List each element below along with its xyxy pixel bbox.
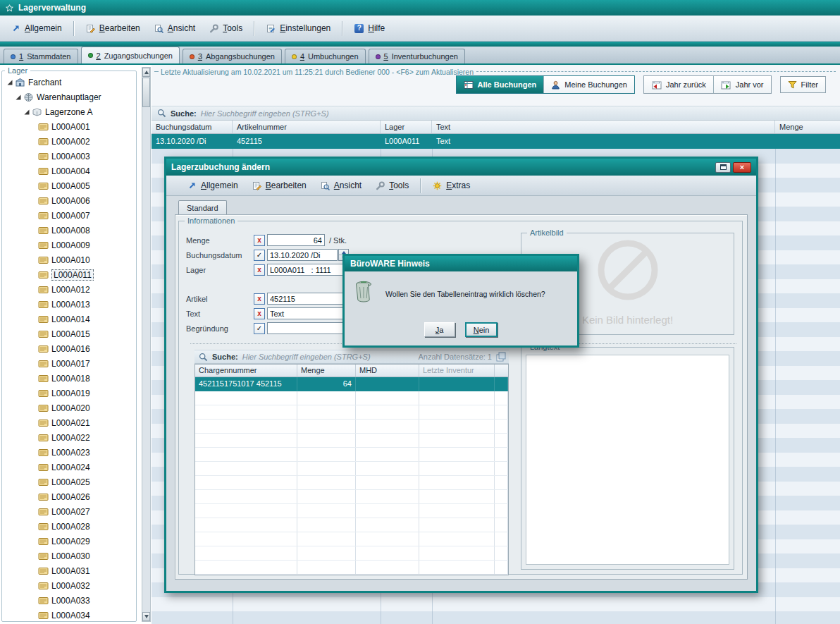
tree-bin-l000a021[interactable]: L000A021 [4, 415, 135, 430]
batch-column-header-menge[interactable]: Menge [297, 365, 356, 377]
batch-column-header-mhd[interactable]: MHD [356, 365, 419, 377]
scroll-down-button[interactable] [142, 612, 150, 621]
bin-icon [38, 152, 49, 161]
nein-button[interactable]: Nein [465, 322, 498, 337]
tree-bin-l000a009[interactable]: L000A009 [4, 238, 135, 252]
menu-item-ansicht[interactable]: Ansicht [148, 20, 202, 36]
tab-inventurbuchungen[interactable]: 5Inventurbuchungen [369, 49, 465, 63]
tree-bin-l000a017[interactable]: L000A017 [4, 356, 135, 371]
tree-bin-label: L000A015 [51, 329, 90, 339]
menu-item-allgemein[interactable]: Allgemein [182, 178, 245, 193]
menu-item-einstellungen[interactable]: Einstellungen [260, 20, 337, 36]
tree-bin-l000a033[interactable]: L000A033 [4, 593, 135, 608]
tree-bin-l000a006[interactable]: L000A006 [4, 193, 135, 208]
tree-bin-l000a012[interactable]: L000A012 [4, 282, 135, 297]
scroll-up-button[interactable] [142, 68, 150, 77]
meine-buchungen-button[interactable]: Meine Buchungen [543, 76, 634, 93]
tree-bin-label: L000A017 [51, 359, 90, 369]
langtext-field[interactable] [526, 355, 729, 565]
field-check-button[interactable]: ✓ [254, 323, 265, 334]
tree-bin-l000a011[interactable]: L000A011 [4, 267, 135, 282]
field-input-buchungsdatum[interactable] [267, 249, 338, 261]
menu-item-tools[interactable]: Tools [369, 178, 415, 193]
tree-bin-l000a016[interactable]: L000A016 [4, 341, 135, 356]
tree-bin-l000a022[interactable]: L000A022 [4, 430, 135, 445]
batch-selected-row[interactable]: 4521151751017 45211564 [195, 377, 508, 391]
tree-scrollbar[interactable] [142, 67, 151, 622]
alle-buchungen-button[interactable]: Alle Buchungen [457, 76, 544, 93]
tab-zugangsbuchungen[interactable]: 2Zugangsbuchungen [81, 47, 180, 63]
menu-item-hilfe[interactable]: ?Hilfe [348, 20, 391, 36]
menu-item-allgemein[interactable]: Allgemein [6, 20, 68, 36]
jahr-zurueck-button[interactable]: Jahr zurück [644, 76, 713, 93]
menu-item-ansicht[interactable]: Ansicht [314, 178, 368, 193]
tab-standard[interactable]: Standard [178, 200, 227, 214]
tree-bin-l000a013[interactable]: L000A013 [4, 297, 135, 312]
column-header-buchungsdatum[interactable]: Buchungsdatum [152, 121, 233, 133]
menu-item-bearbeiten[interactable]: Bearbeiten [246, 178, 313, 193]
tree-bin-l000a025[interactable]: L000A025 [4, 475, 135, 489]
records-icon[interactable] [496, 352, 506, 362]
ja-button[interactable]: Ja [424, 322, 455, 337]
bookings-selected-row[interactable]: 13.10.2020 /Di452115L000A011Text [152, 134, 840, 149]
menu-item-extras[interactable]: Extras [426, 178, 476, 193]
window-titlebar[interactable]: Lagerverwaltung [0, 0, 840, 16]
tree-bin-l000a031[interactable]: L000A031 [4, 563, 135, 578]
tree-bin-l000a015[interactable]: L000A015 [4, 326, 135, 341]
field-check-button[interactable]: ✓ [254, 250, 265, 261]
tree-node-warenhauptlager[interactable]: Warenhauptlager [4, 90, 135, 104]
tree-bin-l000a034[interactable]: L000A034 [4, 608, 135, 623]
field-clear-button[interactable]: x [254, 235, 265, 246]
tree-bin-l000a023[interactable]: L000A023 [4, 445, 135, 460]
tree-node-farchant[interactable]: Farchant [4, 75, 135, 90]
tab-abgangsbuchungen[interactable]: 3Abgangsbuchungen [183, 49, 282, 63]
field-clear-button[interactable]: x [254, 293, 265, 305]
tree-bin-l000a007[interactable]: L000A007 [4, 208, 135, 223]
tree-bin-l000a018[interactable]: L000A018 [4, 371, 135, 386]
batch-row-cell: 64 [297, 377, 356, 391]
batch-empty-cell [419, 476, 495, 489]
batch-empty-cell [297, 532, 356, 546]
tree-bin-l000a019[interactable]: L000A019 [4, 386, 135, 400]
batch-search-bar[interactable]: Suche: Hier Suchbegriff eingeben (STRG+S… [194, 350, 509, 364]
column-header-lager[interactable]: Lager [381, 121, 432, 133]
dialog-restore-button[interactable] [715, 162, 731, 173]
field-input-menge[interactable] [267, 234, 325, 246]
hinweis-titlebar[interactable]: BüroWARE Hinweis [345, 256, 577, 271]
batch-column-header-letzte-inventur[interactable]: Letzte Inventur [419, 365, 495, 377]
tree-bin-l000a020[interactable]: L000A020 [4, 400, 135, 415]
column-header-text[interactable]: Text [432, 121, 775, 133]
dialog-titlebar[interactable]: Lagerzubuchung ändern × [166, 159, 756, 176]
menu-item-bearbeiten[interactable]: Bearbeiten [80, 20, 147, 36]
menu-item-tools[interactable]: Tools [203, 20, 249, 36]
tab-stammdaten[interactable]: 1Stammdaten [4, 49, 78, 63]
clear-icon: x [257, 310, 261, 317]
tree-bin-l000a024[interactable]: L000A024 [4, 460, 135, 475]
tree-bin-l000a002[interactable]: L000A002 [4, 134, 135, 149]
bookings-search-bar[interactable]: Suche: Hier Suchbegriff eingeben (STRG+S… [152, 106, 840, 121]
tree-bin-l000a014[interactable]: L000A014 [4, 312, 135, 326]
tree-bin-l000a029[interactable]: L000A029 [4, 534, 135, 549]
tree-bin-l000a028[interactable]: L000A028 [4, 519, 135, 534]
scrollbar-thumb[interactable] [142, 78, 150, 107]
tab-umbuchungen[interactable]: 4Umbuchungen [285, 49, 366, 63]
batch-column-header-chargennummer[interactable]: Chargennummer [195, 365, 297, 377]
column-header-artikelnummer[interactable]: Artikelnummer [233, 121, 381, 133]
column-header-menge[interactable]: Menge [775, 121, 840, 133]
tree-bin-l000a010[interactable]: L000A010 [4, 252, 135, 267]
tree-bin-l000a026[interactable]: L000A026 [4, 489, 135, 504]
tree-bin-l000a005[interactable]: L000A005 [4, 178, 135, 193]
tree-bin-l000a032[interactable]: L000A032 [4, 578, 135, 593]
field-clear-button[interactable]: x [254, 308, 265, 319]
tree-bin-l000a004[interactable]: L000A004 [4, 164, 135, 178]
tree-bin-l000a001[interactable]: L000A001 [4, 119, 135, 134]
jahr-vor-button[interactable]: Jahr vor [713, 76, 771, 93]
tree-node-lagerzone-a[interactable]: Lagerzone A [4, 104, 135, 119]
tree-bin-l000a030[interactable]: L000A030 [4, 549, 135, 563]
dialog-close-button[interactable]: × [733, 162, 751, 173]
tree-bin-l000a008[interactable]: L000A008 [4, 223, 135, 238]
filter-button[interactable]: Filter [780, 76, 826, 93]
tree-bin-l000a027[interactable]: L000A027 [4, 504, 135, 519]
tree-bin-l000a003[interactable]: L000A003 [4, 149, 135, 164]
field-clear-button[interactable]: x [254, 264, 265, 276]
